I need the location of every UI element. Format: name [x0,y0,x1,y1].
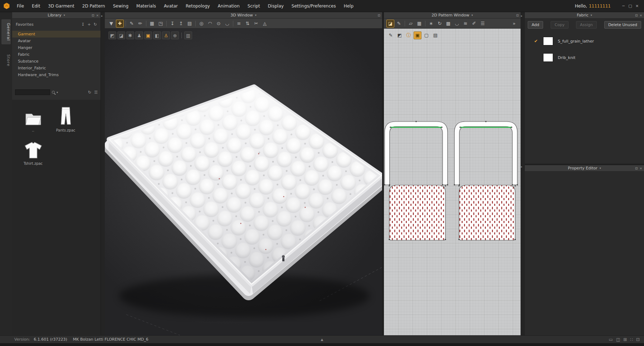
assign-fabric-button[interactable]: Assign [576,21,597,29]
library-item-substance[interactable]: Substance [12,58,101,65]
flatten-tool-icon[interactable]: ≡ [235,20,243,28]
menu-item-edit[interactable]: Edit [28,0,44,12]
show-garment-icon[interactable]: ◩ [108,31,116,39]
rotate-tool-icon[interactable]: ↻ [436,20,444,28]
pattern-grid-tool-icon[interactable]: ▦ [148,20,156,28]
tab-general[interactable]: General [1,19,11,44]
chevron-down-icon[interactable]: ▾ [472,14,473,17]
fold-arc-up-icon[interactable]: ◠ [206,20,214,28]
quad-view-layout-icon[interactable]: ⊞ [623,337,627,342]
show-avatar-icon[interactable]: ♟ [135,31,143,39]
strokes-tool-icon[interactable]: ☰ [479,20,487,28]
target-tool-icon[interactable]: ◎ [197,20,205,28]
close-panel-icon[interactable]: × [639,14,642,17]
pen-display-icon[interactable]: ✎ [387,31,395,39]
collapse-arrow-icon[interactable]: ▸ [521,14,522,18]
library-file-pants[interactable]: Pants.zpac [52,105,79,132]
chevron-down-icon[interactable]: ▾ [255,14,257,17]
avatar-display-icon[interactable]: ♙ [162,31,170,39]
username-link[interactable]: 11111111 [589,4,611,9]
float-panel-icon[interactable]: ⊡ [516,14,519,17]
simulate-icon[interactable]: ▼ [107,20,115,28]
menu-item-sewing[interactable]: Sewing [109,0,132,12]
textured-garment-icon[interactable]: ▣ [144,31,152,39]
select-move-tool-icon[interactable]: ✚ [116,20,124,28]
float-panel-icon[interactable]: ⊡ [377,14,380,17]
collapse-arrow-icon[interactable]: ▸ [101,14,103,18]
single-view-layout-icon[interactable]: ▭ [609,337,613,342]
fabric-grid-icon[interactable]: ▤ [186,20,194,28]
library-file-tshirt[interactable]: Tshirt.zpac [19,138,47,165]
fabric-list-item[interactable]: Drib_knit [525,52,644,63]
pattern-pieces[interactable] [384,29,521,335]
custom-view-layout-icon[interactable]: ⊡ [636,337,640,342]
show-3d-grid-icon[interactable]: ⊕ [171,31,179,39]
press-preview-icon[interactable]: ▥ [184,31,192,39]
steam-tool-icon[interactable]: ⊙ [215,20,223,28]
library-item-garment[interactable]: Garment [12,31,101,38]
box-select-tool-icon[interactable]: ◳ [157,20,165,28]
menu-item-script[interactable]: Script [244,0,264,12]
refresh-icon[interactable]: ↻ [94,22,97,27]
menu-item-display[interactable]: Display [264,0,288,12]
swap-tool-icon[interactable]: ⇅ [244,20,252,28]
menu-item-animation[interactable]: Animation [214,0,244,12]
chevron-down-icon[interactable]: ▾ [591,14,592,17]
show-baseline-icon[interactable]: ▤ [431,31,439,39]
fabric-swatch[interactable] [543,53,553,62]
3d-viewport[interactable]: ◩ ◪ ✱ ♟ ▣ ◧ ♙ ⊕ ▥ [105,29,382,335]
list-view-icon[interactable]: ☰ [94,90,98,95]
import-icon[interactable]: ↧ [81,22,84,27]
library-item-hardware-and-trims[interactable]: Hardware_and_Trims [12,71,101,78]
split-view-layout-icon[interactable]: ◫ [616,337,620,342]
add-favorite-icon[interactable]: + [88,22,91,27]
notch-tool-icon[interactable]: ∗ [427,20,435,28]
fold-arc-down-icon[interactable]: ◡ [223,20,231,28]
float-panel-icon[interactable]: ⊡ [92,14,94,17]
curve-tool-icon[interactable]: ◡ [453,20,461,28]
copy-fabric-button[interactable]: Copy [551,21,569,29]
grid-2d-tool-icon[interactable]: ▩ [444,20,452,28]
menu-item-retopology[interactable]: Retopology [182,0,214,12]
mesh-pattern-icon[interactable]: ▢ [423,31,430,39]
library-item-avatar[interactable]: Avatar [12,38,101,44]
menu-item-help[interactable]: Help [340,0,357,12]
show-seams-icon[interactable]: ◪ [117,31,125,39]
show-internal-lines-icon[interactable]: ✱ [126,31,134,39]
unpin-tool-icon[interactable]: ↥ [177,20,185,28]
close-panel-icon[interactable]: × [639,167,642,170]
pen-3d-icon[interactable]: ✎ [128,20,136,28]
edit-pattern-tool-icon[interactable]: ✎ [395,20,403,28]
close-button[interactable]: × [634,4,640,8]
library-item-interior-fabric[interactable]: Interior_Fabric [12,65,101,71]
polygon-tool-icon[interactable]: ▱ [407,20,415,28]
image-tool-icon[interactable]: ▦ [415,20,423,28]
tab-store[interactable]: Store [1,51,11,70]
search-icon[interactable] [52,91,55,94]
walk-avatar-tool-icon[interactable]: ◬ [261,20,269,28]
fabric-list-item[interactable]: ✔ S_full_grain_lather [525,35,644,47]
pen-2d-tool-icon[interactable]: ✐ [470,20,478,28]
fabric-swatch[interactable] [543,37,553,45]
menu-item-avatar[interactable]: Avatar [160,0,182,12]
transform-pattern-tool-icon[interactable]: ◪ [386,20,394,28]
pattern-info-icon[interactable]: ⓘ [405,31,413,39]
seam-allowance-tool-icon[interactable]: ≋ [462,20,469,28]
library-item-fabric[interactable]: Fabric [12,51,101,58]
collapse-arrow-icon[interactable]: ▸ [521,165,522,168]
library-file-parent-folder[interactable]: .. [19,105,47,132]
textured-pattern-icon[interactable]: ▣ [414,31,421,39]
close-panel-icon[interactable]: × [96,14,99,17]
menu-item-2d-pattern[interactable]: 2D Pattern [78,0,109,12]
mesh-garment-icon[interactable]: ◧ [153,31,161,39]
minimize-button[interactable]: − [620,4,627,8]
menu-item-settings[interactable]: Settings/Preferences [288,0,340,12]
menu-item-3d-garment[interactable]: 3D Garment [44,0,78,12]
search-options-chevron-icon[interactable]: ▾ [57,91,58,94]
add-fabric-button[interactable]: Add [528,21,543,29]
float-panel-icon[interactable]: ⊡ [635,14,638,17]
grid-view-layout-icon[interactable]: ∷ [630,337,633,342]
chevron-down-icon[interactable]: ▾ [64,14,65,17]
scissors-tool-icon[interactable]: ✂ [252,20,260,28]
menu-item-file[interactable]: File [13,0,28,12]
